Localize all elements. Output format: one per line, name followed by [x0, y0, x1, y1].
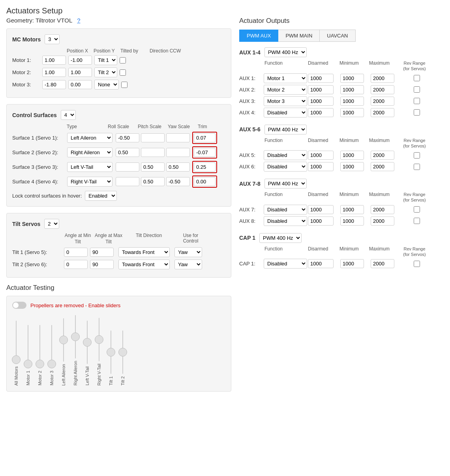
slider-track-1[interactable]: [28, 325, 28, 368]
cs-type-1[interactable]: Left Aileron: [67, 133, 112, 143]
aux-maximum-2-0[interactable]: [371, 205, 394, 214]
aux-maximum-3-0[interactable]: [371, 259, 394, 268]
motor-tilt-3[interactable]: None: [94, 80, 119, 90]
aux-minimum-0-0[interactable]: [340, 74, 364, 83]
aux-maximum-1-1[interactable]: [371, 162, 394, 171]
slider-thumb-3[interactable]: [47, 360, 56, 368]
cs-pitch-scale-4[interactable]: [141, 177, 165, 186]
mc-motors-count-select[interactable]: 3: [45, 34, 60, 44]
aux-freq-select-3[interactable]: PWM 400 Hz: [259, 233, 302, 243]
cs-type-3[interactable]: Left V-Tail: [67, 162, 112, 172]
aux-rev-range-0-3[interactable]: [414, 109, 420, 116]
aux-maximum-1-0[interactable]: [371, 151, 394, 160]
cs-type-2[interactable]: Right Aileron: [67, 147, 112, 157]
cs-roll-scale-4[interactable]: [116, 177, 139, 186]
aux-freq-select-2[interactable]: PWM 400 Hz: [264, 179, 307, 189]
aux-function-0-3[interactable]: Disabled: [264, 108, 307, 118]
aux-function-2-0[interactable]: Disabled: [264, 205, 307, 215]
slider-thumb-0[interactable]: [12, 355, 21, 364]
aux-maximum-0-3[interactable]: [371, 108, 394, 117]
slider-track-8[interactable]: [111, 330, 111, 374]
aux-rev-range-2-1[interactable]: [414, 218, 420, 224]
slider-track-0[interactable]: [16, 321, 17, 364]
aux-minimum-0-1[interactable]: [340, 85, 364, 94]
cs-trim-3[interactable]: [194, 162, 216, 172]
tilt-direction-1[interactable]: Towards Front: [118, 247, 170, 257]
slider-track-4[interactable]: [63, 318, 64, 362]
aux-freq-select-1[interactable]: PWM 400 Hz: [264, 125, 307, 134]
aux-function-2-1[interactable]: Disabled: [264, 216, 307, 226]
help-link[interactable]: ?: [77, 17, 80, 24]
lock-control-select[interactable]: Enabled Disabled: [85, 191, 117, 201]
motor-tilt-2[interactable]: Tilt 2: [94, 67, 117, 77]
cs-pitch-scale-3[interactable]: [141, 162, 165, 172]
aux-maximum-0-2[interactable]: [371, 97, 394, 106]
aux-disarmed-0-2[interactable]: [308, 97, 334, 106]
aux-disarmed-0-3[interactable]: [308, 108, 334, 117]
slider-thumb-8[interactable]: [107, 348, 115, 357]
slider-thumb-4[interactable]: [59, 336, 68, 344]
tilt-servos-count-select[interactable]: 2: [44, 219, 59, 229]
aux-function-1-1[interactable]: Disabled: [264, 162, 307, 172]
cs-yaw-scale-3[interactable]: [166, 162, 190, 172]
motor-pos-x-3[interactable]: [42, 80, 66, 89]
aux-rev-range-1-0[interactable]: [414, 152, 420, 159]
slider-track-6[interactable]: [87, 321, 88, 364]
aux-disarmed-1-0[interactable]: [308, 151, 334, 160]
slider-thumb-7[interactable]: [95, 335, 103, 344]
aux-function-0-2[interactable]: Motor 3: [264, 96, 307, 106]
tilt-angle-max-1[interactable]: [90, 248, 114, 257]
cs-type-4[interactable]: Right V-Tail: [67, 177, 112, 187]
tilt-control-2[interactable]: Yaw: [174, 259, 202, 269]
slider-track-7[interactable]: [99, 318, 99, 361]
motor-ccw-1[interactable]: [120, 57, 126, 63]
propeller-toggle[interactable]: [12, 302, 26, 309]
aux-minimum-2-1[interactable]: [340, 217, 364, 226]
cs-trim-1[interactable]: [194, 133, 216, 142]
tilt-angle-min-2[interactable]: [64, 260, 88, 269]
aux-maximum-0-1[interactable]: [371, 85, 394, 94]
slider-thumb-2[interactable]: [36, 360, 44, 368]
aux-function-3-0[interactable]: Disabled: [264, 259, 307, 269]
aux-minimum-0-3[interactable]: [340, 108, 364, 117]
slider-track-3[interactable]: [51, 325, 52, 368]
cs-yaw-scale-1[interactable]: [166, 133, 190, 142]
cs-roll-scale-3[interactable]: [116, 162, 139, 172]
motor-tilt-1[interactable]: Tilt 1: [94, 55, 117, 65]
aux-function-1-0[interactable]: Disabled: [264, 150, 307, 160]
aux-rev-range-0-1[interactable]: [414, 86, 420, 93]
aux-minimum-3-0[interactable]: [340, 259, 364, 268]
aux-rev-range-2-0[interactable]: [414, 206, 420, 213]
aux-rev-range-0-2[interactable]: [414, 98, 420, 104]
aux-rev-range-1-1[interactable]: [414, 164, 420, 170]
aux-disarmed-1-1[interactable]: [308, 162, 334, 171]
aux-disarmed-3-0[interactable]: [308, 259, 334, 268]
aux-disarmed-2-0[interactable]: [308, 205, 334, 214]
aux-minimum-1-1[interactable]: [340, 162, 364, 171]
control-surfaces-count-select[interactable]: 4: [61, 110, 76, 120]
slider-track-2[interactable]: [39, 325, 40, 368]
aux-function-0-0[interactable]: Motor 1: [264, 73, 307, 83]
cs-yaw-scale-2[interactable]: [166, 148, 190, 157]
tilt-control-1[interactable]: Yaw: [174, 247, 202, 257]
slider-thumb-1[interactable]: [24, 360, 32, 368]
slider-thumb-9[interactable]: [118, 348, 127, 357]
motor-pos-y-1[interactable]: [68, 56, 92, 65]
motor-pos-y-2[interactable]: [68, 68, 92, 77]
tab-pwm-aux[interactable]: PWM AUX: [239, 30, 278, 42]
aux-function-0-1[interactable]: Motor 2: [264, 85, 307, 95]
cs-roll-scale-2[interactable]: [116, 148, 139, 157]
aux-maximum-0-0[interactable]: [371, 74, 394, 83]
cs-trim-4[interactable]: [194, 177, 216, 186]
aux-minimum-2-0[interactable]: [340, 205, 364, 214]
aux-minimum-1-0[interactable]: [340, 151, 364, 160]
aux-disarmed-0-1[interactable]: [308, 85, 334, 94]
aux-freq-select-0[interactable]: PWM 400 Hz: [264, 47, 307, 57]
motor-ccw-3[interactable]: [121, 82, 128, 88]
aux-rev-range-3-0[interactable]: [414, 261, 420, 267]
aux-disarmed-2-1[interactable]: [308, 217, 334, 226]
cs-roll-scale-1[interactable]: [116, 133, 139, 142]
motor-pos-x-2[interactable]: [42, 68, 66, 77]
cs-pitch-scale-1[interactable]: [141, 133, 165, 142]
cs-yaw-scale-4[interactable]: [166, 177, 190, 186]
